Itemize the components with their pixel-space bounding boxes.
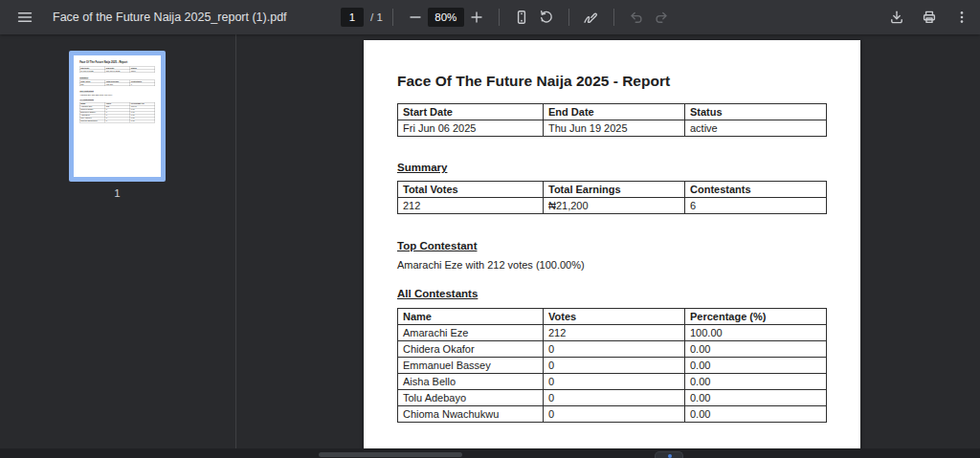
table-cell: 0: [544, 390, 685, 406]
taskbar-app-dot-icon: [668, 454, 672, 458]
document-title: Face of the Future Naija 2025_report (1)…: [53, 0, 287, 34]
annotate-button[interactable]: [579, 5, 604, 30]
table-cell: 0: [544, 406, 685, 423]
table-row: 212₦21,2006: [398, 198, 827, 214]
table-header-cell: Name: [398, 309, 544, 325]
minus-icon: [408, 10, 423, 25]
table-cell: ₦21,200: [544, 198, 685, 214]
table-row: Aisha Bello00.00: [398, 374, 827, 390]
print-button[interactable]: [917, 5, 942, 30]
pdf-toolbar: Face of the Future Naija 2025_report (1)…: [0, 0, 980, 34]
table-cell: Amarachi Eze: [398, 325, 544, 341]
toolbar-divider: [613, 9, 614, 26]
table-cell: Thu Jun 19 2025: [544, 120, 685, 137]
zoom-level-display[interactable]: 80%: [428, 8, 464, 27]
taskbar-peek-widget[interactable]: [655, 451, 683, 458]
table-cell: 0.00: [685, 358, 827, 374]
table-row: Chioma Nwachukwu00.00: [398, 406, 827, 423]
page-number-input[interactable]: [341, 8, 364, 27]
table-cell: active: [685, 120, 827, 137]
table-cell: Fri Jun 06 2025: [398, 120, 544, 137]
table-cell: 212: [544, 325, 685, 341]
horizontal-scrollbar-thumb[interactable]: [319, 452, 462, 457]
table-cell: 0: [544, 358, 685, 374]
table-cell: 6: [685, 198, 827, 214]
toolbar-divider: [568, 9, 569, 26]
thumbnail-page-number: 1: [69, 187, 166, 199]
kebab-menu-icon: [954, 10, 969, 25]
table-header-cell: End Date: [544, 104, 685, 120]
table-cell: 100.00: [685, 325, 827, 341]
pdf-page: Face Of The Future Naija 2025 - Report S…: [364, 40, 860, 448]
toolbar-divider: [499, 9, 500, 26]
info-table: Start DateEnd DateStatusFri Jun 06 2025T…: [397, 103, 827, 137]
zoom-in-button[interactable]: [464, 5, 489, 30]
top-contestant-text: Amarachi Eze with 212 votes (100.00%): [397, 259, 585, 271]
download-button[interactable]: [884, 5, 909, 30]
contestants-table: NameVotesPercentage (%)Amarachi Eze21210…: [397, 308, 827, 423]
table-row: Chidera Okafor00.00: [398, 341, 827, 358]
table-cell: Emmanuel Bassey: [398, 358, 544, 374]
fit-to-page-button[interactable]: [509, 5, 534, 30]
table-cell: Aisha Bello: [398, 374, 544, 390]
table-header-cell: Total Votes: [398, 182, 544, 198]
table-row: Amarachi Eze212100.00: [398, 325, 827, 341]
summary-heading: Summary: [397, 162, 447, 173]
summary-table: Total VotesTotal EarningsContestants212₦…: [397, 181, 827, 214]
all-contestants-heading: All Contestants: [397, 288, 478, 299]
table-cell: 0: [544, 374, 685, 390]
fit-to-page-icon: [514, 10, 529, 25]
undo-icon: [629, 10, 644, 25]
more-options-button[interactable]: [949, 5, 974, 30]
table-header-cell: Percentage (%): [685, 309, 827, 325]
plus-icon: [469, 10, 484, 25]
table-cell: 0.00: [685, 341, 827, 358]
table-row: Start DateEnd DateStatus: [398, 104, 827, 120]
pen-squiggle-icon: [583, 10, 599, 26]
table-header-cell: Status: [685, 104, 827, 120]
bottom-bar: [0, 448, 980, 458]
table-cell: Tolu Adebayo: [398, 390, 544, 406]
zoom-out-button[interactable]: [403, 5, 428, 30]
table-row: Total VotesTotal EarningsContestants: [398, 182, 827, 198]
pdf-viewer-window: Face of the Future Naija 2025_report (1)…: [0, 0, 980, 458]
undo-button[interactable]: [624, 5, 649, 30]
table-header-cell: Start Date: [398, 104, 544, 120]
table-cell: 212: [398, 198, 544, 214]
rotate-icon: [539, 10, 554, 25]
menu-button[interactable]: [12, 5, 37, 30]
table-cell: 0.00: [685, 374, 827, 390]
redo-button[interactable]: [649, 5, 674, 30]
table-cell: 0: [544, 341, 685, 358]
table-header-cell: Contestants: [685, 182, 827, 198]
toolbar-divider: [392, 9, 393, 26]
thumbnail-sidebar: Face Of The Future Naija 2025 - Report S…: [0, 34, 236, 448]
download-icon: [889, 10, 904, 25]
table-cell: Chioma Nwachukwu: [398, 406, 544, 423]
table-row: Emmanuel Bassey00.00: [398, 358, 827, 374]
table-row: Tolu Adebayo00.00: [398, 390, 827, 406]
toolbar-right-controls: [884, 0, 974, 34]
table-cell: Chidera Okafor: [398, 341, 544, 358]
page-thumbnail-preview: Face Of The Future Naija 2025 - Report S…: [74, 55, 161, 177]
top-contestant-heading: Top Contestant: [397, 240, 477, 251]
table-row: Fri Jun 06 2025Thu Jun 19 2025active: [398, 120, 827, 137]
print-icon: [922, 10, 937, 25]
table-row: NameVotesPercentage (%): [398, 309, 827, 325]
table-cell: 0.00: [685, 406, 827, 423]
hamburger-icon: [16, 9, 33, 26]
page-count-label: / 1: [370, 11, 383, 23]
report-title: Face Of The Future Naija 2025 - Report: [397, 73, 670, 90]
rotate-button[interactable]: [534, 5, 559, 30]
page-thumbnail[interactable]: Face Of The Future Naija 2025 - Report S…: [69, 51, 166, 182]
table-cell: 0.00: [685, 390, 827, 406]
table-header-cell: Votes: [544, 309, 685, 325]
document-viewer: Face Of The Future Naija 2025 - Report S…: [237, 34, 980, 448]
toolbar-center-controls: / 1 80%: [341, 0, 674, 34]
table-header-cell: Total Earnings: [544, 182, 685, 198]
redo-icon: [654, 10, 669, 25]
